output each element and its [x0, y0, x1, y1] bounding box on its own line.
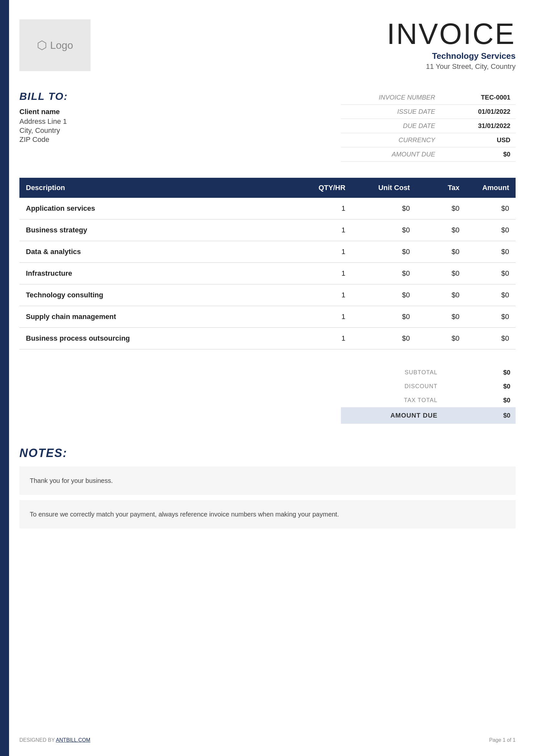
item-description: Business process outsourcing — [19, 328, 293, 349]
invoice-info-label: INVOICE NUMBER — [341, 91, 445, 105]
note-box-2: To ensure we correctly match your paymen… — [19, 500, 516, 528]
table-header-row: Description QTY/HR Unit Cost Tax Amount — [19, 178, 516, 198]
item-qty: 1 — [293, 306, 352, 328]
note-text-1: Thank you for your business. — [30, 475, 505, 486]
totals-section: SUBTOTAL $0 DISCOUNT $0 TAX TOTAL $0 AMO… — [19, 365, 516, 424]
invoice-title-block: INVOICE Technology Services 11 Your Stre… — [387, 19, 516, 71]
bill-to-block: BILL TO: Client name Address Line 1 City… — [19, 91, 341, 145]
item-unit-cost: $0 — [352, 284, 416, 306]
col-header-qty: QTY/HR — [293, 178, 352, 198]
note-box-1: Thank you for your business. — [19, 466, 516, 495]
item-qty: 1 — [293, 220, 352, 241]
logo-icon: ⬡ — [37, 39, 47, 52]
invoice-info-row: CURRENCY USD — [341, 133, 516, 148]
item-amount: $0 — [466, 198, 516, 220]
col-header-description: Description — [19, 178, 293, 198]
item-amount: $0 — [466, 263, 516, 284]
footer-designed-by: DESIGNED BY ANTBILL.COM — [19, 737, 90, 743]
item-tax: $0 — [416, 284, 466, 306]
col-header-amount: Amount — [466, 178, 516, 198]
subtotal-value: $0 — [450, 365, 516, 379]
item-tax: $0 — [416, 306, 466, 328]
col-header-tax: Tax — [416, 178, 466, 198]
table-row: Data & analytics 1 $0 $0 $0 — [19, 241, 516, 263]
item-qty: 1 — [293, 263, 352, 284]
invoice-info-label: AMOUNT DUE — [341, 148, 445, 162]
item-tax: $0 — [416, 220, 466, 241]
item-amount: $0 — [466, 241, 516, 263]
totals-tax-row: TAX TOTAL $0 — [341, 393, 516, 407]
items-table: Description QTY/HR Unit Cost Tax Amount … — [19, 178, 516, 349]
item-tax: $0 — [416, 241, 466, 263]
notes-label: NOTES: — [19, 446, 516, 460]
item-unit-cost: $0 — [352, 263, 416, 284]
item-tax: $0 — [416, 263, 466, 284]
invoice-info-label: CURRENCY — [341, 133, 445, 148]
company-name: Technology Services — [387, 51, 516, 61]
item-qty: 1 — [293, 198, 352, 220]
bill-to-label: BILL TO: — [19, 91, 341, 102]
totals-table: SUBTOTAL $0 DISCOUNT $0 TAX TOTAL $0 AMO… — [341, 365, 516, 424]
item-qty: 1 — [293, 328, 352, 349]
invoice-info-value: USD — [445, 133, 516, 148]
invoice-info-table: INVOICE NUMBER TEC-0001 ISSUE DATE 01/01… — [341, 91, 516, 162]
client-address-line2: City, Country — [19, 126, 341, 135]
logo-text: Logo — [50, 40, 73, 51]
item-description: Business strategy — [19, 220, 293, 241]
invoice-info-value: 31/01/2022 — [445, 119, 516, 133]
invoice-info-value: $0 — [445, 148, 516, 162]
invoice-page: ⬡ Logo INVOICE Technology Services 11 Yo… — [0, 0, 535, 756]
invoice-info-row: INVOICE NUMBER TEC-0001 — [341, 91, 516, 105]
client-name: Client name — [19, 108, 341, 116]
discount-label: DISCOUNT — [341, 379, 450, 393]
table-row: Supply chain management 1 $0 $0 $0 — [19, 306, 516, 328]
amount-due-value: $0 — [450, 407, 516, 424]
invoice-info-label: DUE DATE — [341, 119, 445, 133]
item-tax: $0 — [416, 198, 466, 220]
item-unit-cost: $0 — [352, 306, 416, 328]
table-row: Business strategy 1 $0 $0 $0 — [19, 220, 516, 241]
logo-box: ⬡ Logo — [19, 19, 91, 71]
table-row: Infrastructure 1 $0 $0 $0 — [19, 263, 516, 284]
invoice-header: ⬡ Logo INVOICE Technology Services 11 Yo… — [19, 19, 516, 71]
totals-subtotal-row: SUBTOTAL $0 — [341, 365, 516, 379]
item-unit-cost: $0 — [352, 198, 416, 220]
company-address: 11 Your Street, City, Country — [387, 62, 516, 71]
notes-section: NOTES: Thank you for your business. To e… — [19, 446, 516, 528]
totals-discount-row: DISCOUNT $0 — [341, 379, 516, 393]
item-unit-cost: $0 — [352, 328, 416, 349]
client-address-line3: ZIP Code — [19, 135, 341, 144]
note-text-2: To ensure we correctly match your paymen… — [30, 509, 505, 519]
invoice-info-value: 01/01/2022 — [445, 105, 516, 119]
invoice-info-row: AMOUNT DUE $0 — [341, 148, 516, 162]
invoice-info-row: DUE DATE 31/01/2022 — [341, 119, 516, 133]
item-amount: $0 — [466, 220, 516, 241]
item-unit-cost: $0 — [352, 241, 416, 263]
tax-total-label: TAX TOTAL — [341, 393, 450, 407]
invoice-footer: DESIGNED BY ANTBILL.COM Page 1 of 1 — [19, 737, 516, 743]
invoice-info-label: ISSUE DATE — [341, 105, 445, 119]
item-amount: $0 — [466, 284, 516, 306]
item-description: Infrastructure — [19, 263, 293, 284]
discount-value: $0 — [450, 379, 516, 393]
page-info: Page 1 of 1 — [489, 737, 516, 743]
item-qty: 1 — [293, 284, 352, 306]
col-header-unit-cost: Unit Cost — [352, 178, 416, 198]
subtotal-label: SUBTOTAL — [341, 365, 450, 379]
totals-amount-due-row: AMOUNT DUE $0 — [341, 407, 516, 424]
invoice-info-value: TEC-0001 — [445, 91, 516, 105]
item-tax: $0 — [416, 328, 466, 349]
invoice-info-row: ISSUE DATE 01/01/2022 — [341, 105, 516, 119]
bill-info-section: BILL TO: Client name Address Line 1 City… — [19, 91, 516, 162]
client-address-line1: Address Line 1 — [19, 117, 341, 126]
amount-due-label: AMOUNT DUE — [341, 407, 450, 424]
left-accent-bar — [0, 0, 9, 756]
item-amount: $0 — [466, 328, 516, 349]
table-row: Application services 1 $0 $0 $0 — [19, 198, 516, 220]
invoice-title: INVOICE — [387, 19, 516, 48]
item-unit-cost: $0 — [352, 220, 416, 241]
footer-link[interactable]: ANTBILL.COM — [56, 737, 91, 743]
item-description: Technology consulting — [19, 284, 293, 306]
item-qty: 1 — [293, 241, 352, 263]
table-row: Technology consulting 1 $0 $0 $0 — [19, 284, 516, 306]
